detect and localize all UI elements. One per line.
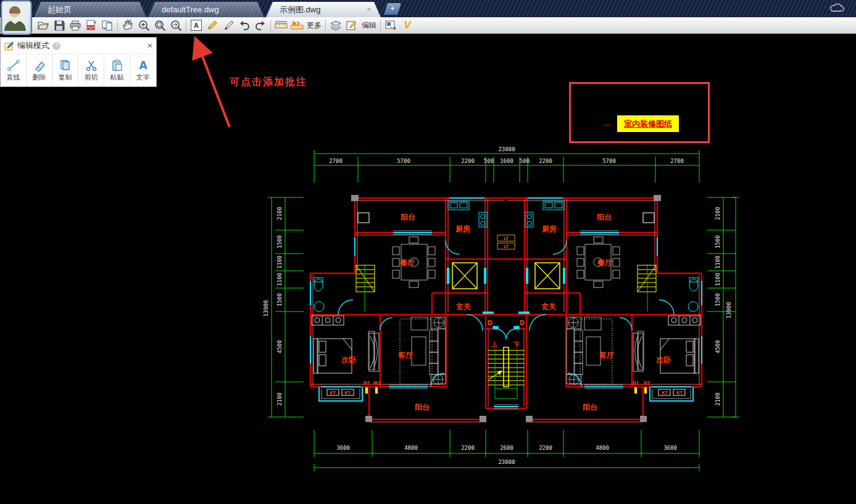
- stair-up-label: 上: [491, 341, 497, 348]
- dim-label: 13900: [263, 300, 269, 316]
- room-label-balcony: 阳台: [415, 403, 430, 411]
- dim-label: 1600: [500, 158, 513, 164]
- room-labels: 阳台 阳台 厨房 厨房 餐厅 餐厅 玄关 玄关 客厅 客厅 次卧 次卧 阳台 阳…: [330, 213, 683, 411]
- button-label: 复制: [59, 73, 72, 82]
- dim-label: 1500: [715, 293, 721, 307]
- dim-label: 4800: [596, 445, 609, 451]
- ac-tag: KT: [662, 390, 668, 395]
- dim-label: 3600: [663, 445, 677, 451]
- dim-label: 13900: [726, 302, 732, 318]
- dim-label: 1100: [715, 255, 721, 269]
- delete-tool-button[interactable]: 删除: [27, 54, 52, 86]
- annotation-highlight-label[interactable]: 室内装修图纸: [617, 115, 679, 132]
- dim-label: 4500: [715, 340, 721, 353]
- dim-label: 1100: [715, 273, 721, 286]
- dim-label: 5700: [397, 158, 410, 164]
- floorplan-unit-mirror: [506, 195, 702, 422]
- meter-tag: LT: [504, 244, 509, 249]
- eraser-icon: [33, 59, 46, 72]
- close-icon[interactable]: ×: [148, 41, 152, 50]
- dim-label: 23800: [498, 146, 515, 152]
- button-label: 粘贴: [110, 73, 124, 82]
- help-icon[interactable]: ?: [52, 42, 60, 50]
- line-tool-button[interactable]: 直线: [1, 54, 27, 86]
- dim-label: 2600: [500, 445, 513, 451]
- door-tag: M1: [373, 381, 381, 386]
- floorplan-unit: [310, 195, 506, 422]
- edit-mode-panel: 编辑模式 ? × 直线 删除 复制: [0, 37, 157, 87]
- room-label-foyer: 玄关: [455, 302, 471, 311]
- stair-down-label: 下: [513, 341, 520, 348]
- dim-label: 1500: [276, 235, 283, 249]
- button-label: 文字: [136, 73, 150, 82]
- room-label-kitchen: 厨房: [455, 225, 470, 233]
- button-label: 删除: [33, 73, 46, 82]
- dimension-labels: 23800 2700 5700 2200 500 1600 500 2200 5…: [263, 146, 732, 465]
- copy-icon: [59, 59, 72, 72]
- dim-label: 2700: [329, 158, 343, 164]
- text-tool-button[interactable]: A 文字: [130, 54, 156, 86]
- edit-panel-buttons: 直线 删除 复制 剪切: [1, 54, 156, 86]
- room-label-dining: 餐厅: [597, 258, 612, 267]
- ac-tag: KT: [330, 390, 336, 395]
- scissors-icon: [85, 59, 98, 72]
- dim-label: 500: [484, 158, 494, 164]
- room-label-living: 客厅: [397, 351, 413, 360]
- door-tag: D1: [633, 381, 639, 386]
- cut-tool-button[interactable]: 剪切: [78, 54, 104, 86]
- dim-label: 2100: [715, 392, 721, 406]
- dim-label: 2100: [276, 392, 283, 406]
- clipboard-icon: [110, 59, 124, 72]
- dim-label: 5700: [602, 158, 616, 164]
- paste-tool-button[interactable]: 粘贴: [104, 54, 130, 86]
- room-label-dining: 餐厅: [399, 258, 415, 267]
- annotation-underscore: ＿: [603, 116, 611, 127]
- edit-panel-header: 编辑模式 ? ×: [1, 38, 156, 54]
- room-label-foyer: 玄关: [541, 302, 556, 311]
- annotation-tip-text: 可点击添加批注: [230, 76, 307, 89]
- copy-tool-button[interactable]: 复制: [52, 54, 78, 86]
- door-tag: D2: [364, 381, 370, 386]
- user-avatar[interactable]: [1, 1, 31, 35]
- edit-mode-icon: [4, 41, 14, 51]
- annotation-arrow: [196, 41, 230, 127]
- room-label-balcony: 阳台: [401, 213, 415, 221]
- dim-label: 3600: [336, 445, 350, 451]
- text-icon: A: [136, 59, 150, 72]
- button-label: 直线: [7, 73, 20, 82]
- annotation-rectangle[interactable]: [569, 82, 710, 143]
- ac-tag: KT: [344, 390, 351, 395]
- edit-panel-title: 编辑模式: [17, 40, 49, 51]
- room-label-balcony: 阳台: [583, 403, 597, 411]
- line-icon: [7, 59, 20, 72]
- dim-label: 4500: [276, 340, 283, 353]
- dim-label: 2200: [461, 445, 475, 451]
- dim-label: 2200: [461, 158, 475, 164]
- room-label-balcony: 阳台: [597, 213, 612, 221]
- room-label-living: 客厅: [599, 351, 614, 360]
- dim-label: 4800: [404, 445, 418, 451]
- dim-label: 500: [520, 158, 530, 164]
- dim-label: 2100: [276, 207, 283, 220]
- dim-label: 2100: [715, 207, 721, 220]
- room-label-kitchen: 厨房: [541, 225, 557, 233]
- svg-text:A: A: [139, 59, 148, 72]
- room-label-bedroom: 次卧: [341, 355, 357, 364]
- button-label: 剪切: [85, 73, 98, 82]
- dim-label: 1500: [715, 235, 721, 249]
- dim-label: 2200: [539, 445, 552, 451]
- dim-label: 1100: [276, 255, 283, 269]
- avatar-person-icon: [2, 2, 28, 31]
- drawing-canvas[interactable]: 23800 2700 5700 2200 500 1600 500 2200 5…: [0, 35, 856, 504]
- door-tag: D: [488, 320, 492, 326]
- dim-label: 1500: [276, 293, 283, 307]
- ac-tag: KT: [676, 390, 683, 395]
- dim-label: 2700: [670, 158, 684, 164]
- meter-tag: LT: [504, 236, 509, 241]
- room-label-bedroom: 次卧: [656, 355, 671, 364]
- door-tag: D2: [644, 381, 650, 386]
- dim-label: 23800: [498, 459, 515, 465]
- dim-label: 1100: [276, 273, 283, 286]
- door-tag: D: [520, 320, 525, 326]
- dim-label: 2200: [539, 158, 552, 164]
